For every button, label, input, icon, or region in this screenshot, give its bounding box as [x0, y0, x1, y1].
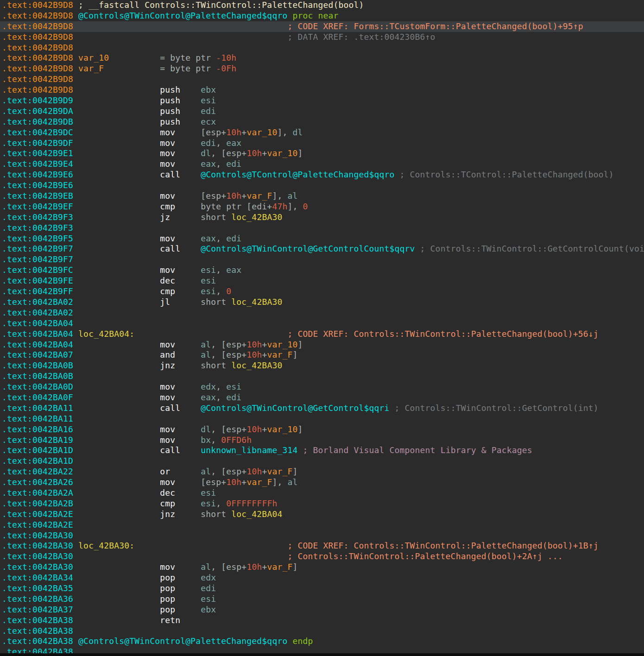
- address[interactable]: .text:0042BA04: [2, 329, 73, 339]
- asm-line[interactable]: .text:0042BA02 jl short loc_42BA30: [2, 297, 644, 308]
- stack-variable[interactable]: var_10: [267, 424, 297, 434]
- address[interactable]: .text:0042BA07: [2, 350, 73, 360]
- address[interactable]: .text:0042BA36: [2, 594, 73, 604]
- asm-line[interactable]: .text:0042BA07 and al, [esp+10h+var_F]: [2, 350, 644, 360]
- asm-line[interactable]: .text:0042B9F3: [2, 223, 644, 233]
- symbol-name[interactable]: @Controls@TWinControl@PaletteChanged$qqr…: [73, 636, 287, 646]
- asm-line[interactable]: .text:0042B9FF cmp esi, 0: [2, 286, 644, 297]
- address[interactable]: .text:0042B9F7: [2, 244, 73, 253]
- stack-variable[interactable]: var_F: [267, 467, 292, 476]
- asm-line[interactable]: .text:0042B9DA push edi: [2, 106, 644, 117]
- asm-line[interactable]: .text:0042BA22 or al, [esp+10h+var_F]: [2, 467, 644, 477]
- stack-variable[interactable]: var_10: [73, 53, 109, 63]
- asm-line[interactable]: .text:0042BA0D mov edx, esi: [2, 382, 644, 392]
- asm-line[interactable]: .text:0042BA2E jnz short loc_42BA04: [2, 509, 644, 520]
- asm-line[interactable]: .text:0042BA2B cmp esi, 0FFFFFFFFh: [2, 498, 644, 509]
- stack-variable[interactable]: var_10: [246, 127, 277, 137]
- asm-line[interactable]: .text:0042BA30 loc_42BA30: ; CODE XREF: …: [2, 541, 644, 551]
- code-label[interactable]: loc_42BA04:: [73, 329, 134, 339]
- asm-line[interactable]: .text:0042BA04: [2, 318, 644, 329]
- address[interactable]: .text:0042B9E6: [2, 180, 73, 190]
- address[interactable]: .text:0042B9D8: [2, 21, 73, 31]
- asm-line[interactable]: .text:0042B9D9 push esi: [2, 95, 644, 106]
- stack-variable[interactable]: var_10: [267, 340, 297, 349]
- address[interactable]: .text:0042B9D8: [2, 11, 73, 20]
- asm-line[interactable]: .text:0042BA11 call @Controls@TWinContro…: [2, 403, 644, 414]
- symbol-name[interactable]: unknown_libname_314: [180, 445, 297, 455]
- asm-line[interactable]: .text:0042B9D8 ; __fastcall Controls::TW…: [2, 0, 644, 11]
- asm-line[interactable]: .text:0042BA2E: [2, 520, 644, 530]
- asm-line[interactable]: .text:0042BA04 mov al, [esp+10h+var_10]: [2, 340, 644, 350]
- address[interactable]: .text:0042BA0D: [2, 382, 73, 391]
- asm-line[interactable]: .text:0042BA02: [2, 308, 644, 318]
- address[interactable]: .text:0042B9D8: [2, 85, 73, 95]
- asm-line[interactable]: .text:0042BA2A dec esi: [2, 488, 644, 498]
- asm-line[interactable]: .text:0042BA37 pop ebx: [2, 605, 644, 615]
- address[interactable]: .text:0042B9EF: [2, 202, 73, 211]
- asm-line[interactable]: .text:0042BA26 mov [esp+10h+var_F], al: [2, 477, 644, 488]
- address[interactable]: .text:0042BA30: [2, 562, 73, 572]
- asm-line[interactable]: .text:0042BA1D: [2, 456, 644, 467]
- address[interactable]: .text:0042BA1D: [2, 456, 73, 466]
- address[interactable]: .text:0042B9FF: [2, 286, 73, 296]
- stack-variable[interactable]: var_F: [246, 477, 272, 487]
- address[interactable]: .text:0042BA0B: [2, 371, 73, 381]
- address[interactable]: .text:0042BA38: [2, 615, 73, 625]
- code-label[interactable]: loc_42BA30: [231, 360, 282, 370]
- asm-line[interactable]: .text:0042BA38 retn: [2, 615, 644, 626]
- asm-line[interactable]: .text:0042BA36 pop esi: [2, 594, 644, 605]
- asm-line[interactable]: .text:0042B9E4 mov eax, edi: [2, 159, 644, 170]
- address[interactable]: .text:0042B9D8: [2, 74, 73, 84]
- asm-line[interactable]: .text:0042B9F7: [2, 254, 644, 265]
- stack-variable[interactable]: var_F: [267, 350, 292, 360]
- asm-line[interactable]: .text:0042BA38 @Controls@TWinControl@Pal…: [2, 636, 644, 647]
- asm-line[interactable]: .text:0042B9D8 var_F = byte ptr -0Fh: [2, 63, 644, 74]
- stack-variable[interactable]: var_F: [73, 63, 104, 73]
- address[interactable]: .text:0042B9F7: [2, 254, 73, 264]
- address[interactable]: .text:0042B9F3: [2, 223, 73, 233]
- asm-line[interactable]: .text:0042BA1D call unknown_libname_314 …: [2, 445, 644, 456]
- asm-line[interactable]: .text:0042B9DC mov [esp+10h+var_10], dl: [2, 127, 644, 138]
- address[interactable]: .text:0042BA11: [2, 414, 73, 423]
- asm-line[interactable]: .text:0042BA34 pop edx: [2, 573, 644, 583]
- code-label[interactable]: loc_42BA30:: [73, 541, 134, 550]
- asm-line[interactable]: .text:0042B9D8 ; CODE XREF: Forms::TCust…: [0, 21, 644, 32]
- address[interactable]: .text:0042BA04: [2, 318, 73, 328]
- asm-line[interactable]: .text:0042B9D8 @Controls@TWinControl@Pal…: [2, 11, 644, 21]
- asm-line[interactable]: .text:0042B9FC mov esi, eax: [2, 265, 644, 276]
- code-label[interactable]: loc_42BA04: [231, 509, 282, 519]
- address[interactable]: .text:0042BA0F: [2, 392, 73, 402]
- address[interactable]: .text:0042BA02: [2, 308, 73, 317]
- address[interactable]: .text:0042BA22: [2, 467, 73, 476]
- asm-line[interactable]: .text:0042B9EF cmp byte ptr [edi+47h], 0: [2, 202, 644, 212]
- asm-line[interactable]: .text:0042B9D8 push ebx: [2, 85, 644, 95]
- asm-line[interactable]: .text:0042B9FE dec esi: [2, 276, 644, 286]
- address[interactable]: .text:0042B9F3: [2, 212, 73, 222]
- asm-line[interactable]: .text:0042BA0B jnz short loc_42BA30: [2, 360, 644, 371]
- address[interactable]: .text:0042BA02: [2, 297, 73, 307]
- address[interactable]: .text:0042B9EB: [2, 191, 73, 201]
- asm-line[interactable]: .text:0042BA11: [2, 414, 644, 424]
- asm-line[interactable]: .text:0042BA30 mov al, [esp+10h+var_F]: [2, 562, 644, 573]
- address[interactable]: .text:0042BA37: [2, 605, 73, 614]
- address[interactable]: .text:0042B9D9: [2, 95, 73, 105]
- address[interactable]: .text:0042BA2B: [2, 498, 73, 508]
- address[interactable]: .text:0042BA30: [2, 530, 73, 540]
- asm-line[interactable]: .text:0042BA0F mov eax, edi: [2, 392, 644, 403]
- stack-variable[interactable]: var_F: [267, 562, 292, 572]
- address[interactable]: .text:0042BA16: [2, 424, 73, 434]
- asm-line[interactable]: .text:0042BA16 mov dl, [esp+10h+var_10]: [2, 424, 644, 435]
- address[interactable]: .text:0042BA2E: [2, 520, 73, 530]
- address[interactable]: .text:0042BA34: [2, 573, 73, 582]
- asm-line[interactable]: .text:0042B9F5 mov eax, edi: [2, 233, 644, 244]
- asm-line[interactable]: .text:0042B9F7 call @Controls@TWinContro…: [2, 244, 644, 254]
- address[interactable]: .text:0042B9D8: [2, 32, 73, 42]
- address[interactable]: .text:0042B9E1: [2, 148, 73, 158]
- address[interactable]: .text:0042BA11: [2, 403, 73, 413]
- address[interactable]: .text:0042BA2A: [2, 488, 73, 498]
- address[interactable]: .text:0042BA30: [2, 551, 73, 561]
- symbol-name[interactable]: @Controls@TWinControl@GetControlCount$qq…: [180, 244, 415, 253]
- address[interactable]: .text:0042BA35: [2, 583, 73, 593]
- asm-line[interactable]: .text:0042BA0B: [2, 371, 644, 382]
- asm-line[interactable]: .text:0042B9E6 call @Controls@TControl@P…: [2, 170, 644, 180]
